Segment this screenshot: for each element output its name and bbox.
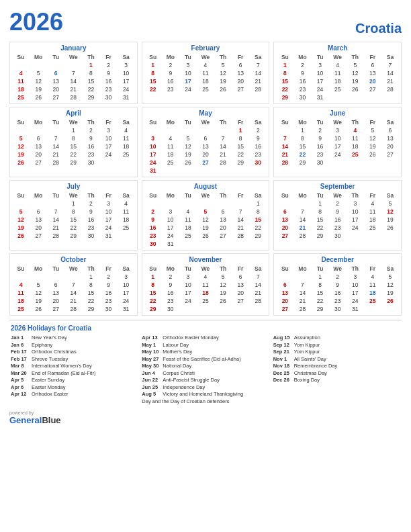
cal-day: 13 [276,289,293,297]
cal-day: 29 [249,232,267,240]
cal-day [12,200,30,208]
cal-day: 27 [381,150,399,159]
cal-day [30,126,47,134]
cal-day: 29 [312,305,329,313]
month-title: July [12,183,135,190]
holiday-date: Apr 6 [11,384,30,390]
cal-day: 29 [276,93,293,101]
cal-day: 18 [347,142,364,150]
cal-day: 12 [12,216,30,224]
cal-day: 30 [144,240,162,248]
holiday-item: Apr 13Orthodox Easter Monday [142,335,269,341]
day-header: Th [347,53,364,61]
holiday-name: Corpus Christi [163,370,195,376]
cal-day: 24 [312,85,329,93]
day-header: We [329,191,347,200]
cal-day: 16 [329,289,347,297]
cal-day: 15 [232,142,249,150]
cal-day: 10 [118,281,135,289]
cal-day: 7 [47,208,64,216]
cal-day: 6 [232,61,249,69]
year-label: 2026 [9,8,63,36]
cal-day: 22 [276,85,293,93]
cal-day: 13 [197,142,214,150]
cal-day: 8 [144,281,162,289]
month-block: OctoberSuMoTuWeThFrSa1234567891011121314… [9,253,138,316]
cal-day: 11 [12,77,30,85]
day-header: Sa [381,191,399,200]
cal-day: 2 [99,61,117,69]
cal-day [381,232,399,240]
day-header: Mo [30,53,47,61]
cal-day: 20 [232,77,249,85]
holiday-name: Boxing Day [294,377,320,383]
day-header: We [64,265,82,273]
day-header: Sa [118,265,135,273]
cal-day [214,200,232,208]
day-header: We [329,118,347,126]
holiday-name: Mother's Day [163,349,192,355]
holiday-item: Apr 6Easter Monday [11,384,138,390]
day-header: Fr [232,118,249,126]
cal-day: 23 [312,150,329,159]
cal-day: 3 [312,61,329,69]
cal-day: 24 [179,297,197,305]
cal-day: 17 [179,289,197,297]
cal-day: 10 [179,69,197,77]
day-header: Th [347,265,364,273]
cal-day: 18 [12,297,30,305]
month-block: MarchSuMoTuWeThFrSa123456789101112131415… [273,42,402,104]
cal-day: 13 [381,134,399,142]
cal-day: 18 [179,224,197,232]
cal-day: 4 [179,208,197,216]
day-header: We [197,191,214,200]
cal-day [232,200,249,208]
cal-day: 18 [364,289,381,297]
cal-day: 30 [162,305,179,313]
cal-day: 20 [197,150,214,159]
day-header: Sa [118,53,135,61]
cal-day [364,305,381,313]
holiday-date: Jan 1 [11,335,30,341]
cal-day: 28 [64,93,82,101]
day-header: Sa [381,53,399,61]
cal-day: 27 [232,297,249,305]
cal-day: 16 [82,216,99,224]
cal-table: SuMoTuWeThFrSa12345678910111213141516171… [144,53,267,93]
day-header: Th [347,191,364,200]
day-header: Tu [47,191,64,200]
cal-day [12,273,30,281]
cal-day: 8 [64,208,82,216]
cal-day [162,167,179,175]
cal-day: 20 [381,142,399,150]
month-title: November [144,256,267,263]
cal-day: 8 [293,134,311,142]
cal-day [249,167,267,175]
cal-day: 20 [30,150,47,159]
holiday-item: Apr 12Orthodox Easter [11,391,138,397]
day-header: Mo [162,265,179,273]
cal-day: 27 [276,232,293,240]
day-header: Mo [30,265,47,273]
cal-day: 18 [118,142,135,150]
cal-day: 8 [144,69,162,77]
cal-day: 5 [30,281,47,289]
cal-day: 28 [64,305,82,313]
holiday-date: Sep 12 [273,342,292,348]
holiday-date: Jan 6 [11,342,30,348]
holiday-item: Jun 25Independence Day [142,384,269,390]
cal-day: 3 [179,273,197,281]
cal-day: 13 [47,289,64,297]
cal-day: 8 [276,69,293,77]
cal-day: 8 [64,134,82,142]
cal-day: 22 [64,224,82,232]
cal-day: 2 [162,61,179,69]
cal-day: 26 [347,85,364,93]
holiday-name: Orthodox Easter [32,391,68,397]
cal-day [47,273,64,281]
cal-day: 9 [82,134,99,142]
cal-day: 14 [293,289,311,297]
cal-day: 19 [197,224,214,232]
cal-day: 24 [162,232,179,240]
cal-day: 5 [214,273,232,281]
